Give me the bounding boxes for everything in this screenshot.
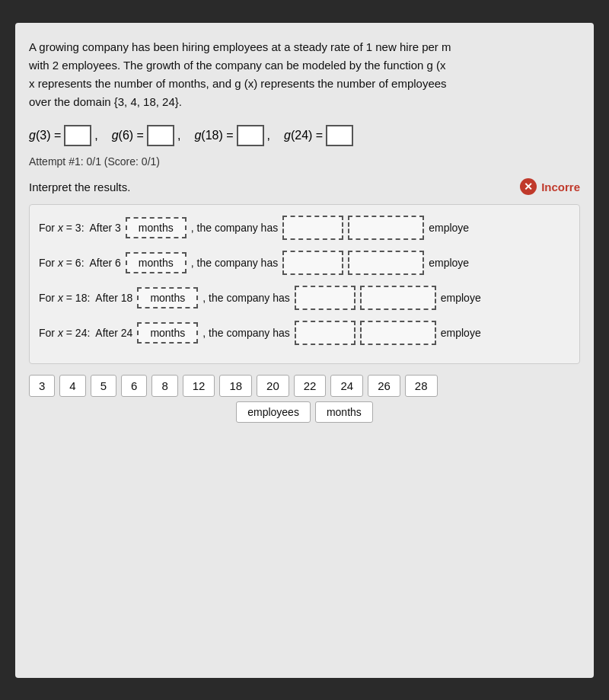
- problem-line2: with 2 employees. The growth of the comp…: [29, 59, 446, 72]
- eq3-answer-box[interactable]: [237, 125, 264, 146]
- interpret-section: For x = 3: After 3 months , the company …: [29, 204, 580, 364]
- interpret-row-3: For x = 18: After 18 months , the compan…: [39, 286, 570, 310]
- number-tile-26[interactable]: 26: [368, 375, 400, 397]
- interpret-row-2: For x = 6: After 6 months , the company …: [39, 251, 570, 275]
- months-box-18[interactable]: months: [137, 287, 198, 308]
- incorrect-text: Incorre: [541, 181, 580, 193]
- number-tile-4[interactable]: 4: [59, 375, 85, 397]
- value-box-3[interactable]: [282, 216, 343, 240]
- eq3-comma: ,: [267, 129, 270, 142]
- eq4-label: g(24) =: [284, 129, 323, 142]
- eq4: g(24) =: [284, 125, 353, 146]
- employees-box-6[interactable]: [348, 251, 424, 275]
- interpret-header-row: Interpret the results. ✕ Incorre: [29, 178, 580, 195]
- eq1-comma: ,: [94, 129, 97, 142]
- employees-suffix-3: employe: [429, 222, 469, 234]
- problem-text: A growing company has been hiring employ…: [29, 38, 580, 111]
- for-x18-label: For x = 18: After 18: [39, 292, 132, 304]
- interpret-row-1: For x = 3: After 3 months , the company …: [39, 216, 570, 240]
- eq1-label: g(3) =: [29, 129, 61, 142]
- eq2-label: g(6) =: [112, 129, 144, 142]
- number-tile-12[interactable]: 12: [183, 375, 215, 397]
- incorrect-badge: ✕ Incorre: [520, 178, 580, 195]
- employees-suffix-24: employe: [441, 327, 481, 339]
- months-box-6[interactable]: months: [126, 252, 187, 273]
- word-tile-employees[interactable]: employees: [236, 401, 311, 423]
- number-tile-18[interactable]: 18: [219, 375, 252, 397]
- employees-box-18[interactable]: [360, 286, 436, 310]
- eq2: g(6) = ,: [112, 125, 181, 146]
- eq1-answer-box[interactable]: [64, 125, 91, 146]
- employees-box-24[interactable]: [360, 321, 436, 345]
- word-tile-months[interactable]: months: [315, 401, 373, 423]
- incorrect-icon: ✕: [520, 178, 537, 195]
- interpret-label: Interpret the results.: [29, 181, 130, 193]
- equations-row: g(3) = , g(6) = , g(18) = , g(24) =: [29, 125, 580, 146]
- number-tile-28[interactable]: 28: [405, 375, 438, 397]
- number-tile-6[interactable]: 6: [121, 375, 147, 397]
- eq3-label: g(18) =: [194, 129, 233, 142]
- employees-box-3[interactable]: [348, 216, 424, 240]
- value-box-18[interactable]: [295, 286, 356, 310]
- problem-line3: x represents the number of months, and g…: [29, 77, 447, 90]
- company-has-3: , the company has: [191, 222, 278, 234]
- number-tile-20[interactable]: 20: [257, 375, 289, 397]
- eq3: g(18) = ,: [194, 125, 270, 146]
- for-x3-label: For x = 3: After 3: [39, 222, 121, 234]
- number-tile-8[interactable]: 8: [151, 375, 177, 397]
- employees-suffix-18: employe: [441, 292, 481, 304]
- interpret-row-4: For x = 24: After 24 months , the compan…: [39, 321, 570, 345]
- value-box-6[interactable]: [282, 251, 343, 275]
- employees-suffix-6: employe: [429, 257, 469, 269]
- for-x24-label: For x = 24: After 24: [39, 327, 132, 339]
- eq1: g(3) = ,: [29, 125, 98, 146]
- number-tile-5[interactable]: 5: [91, 375, 116, 397]
- company-has-24: , the company has: [202, 327, 289, 339]
- word-tiles-row: employeesmonths: [29, 401, 580, 423]
- attempt-text: Attempt #1: 0/1 (Score: 0/1): [29, 155, 580, 168]
- number-tile-3[interactable]: 3: [29, 375, 55, 397]
- company-has-6: , the company has: [191, 257, 278, 269]
- eq2-answer-box[interactable]: [147, 125, 174, 146]
- main-container: A growing company has been hiring employ…: [15, 23, 594, 678]
- problem-line4: over the domain {3, 4, 18, 24}.: [29, 95, 182, 108]
- number-tile-24[interactable]: 24: [330, 375, 363, 397]
- problem-line1: A growing company has been hiring employ…: [29, 40, 451, 53]
- number-tile-22[interactable]: 22: [294, 375, 327, 397]
- value-box-24[interactable]: [295, 321, 356, 345]
- company-has-18: , the company has: [202, 292, 289, 304]
- months-box-24[interactable]: months: [137, 322, 198, 344]
- months-box-3[interactable]: months: [126, 217, 187, 238]
- for-x6-label: For x = 6: After 6: [39, 257, 121, 269]
- eq4-answer-box[interactable]: [326, 125, 353, 146]
- eq2-comma: ,: [177, 129, 180, 142]
- number-tiles-row: 3456812182022242628: [29, 375, 580, 397]
